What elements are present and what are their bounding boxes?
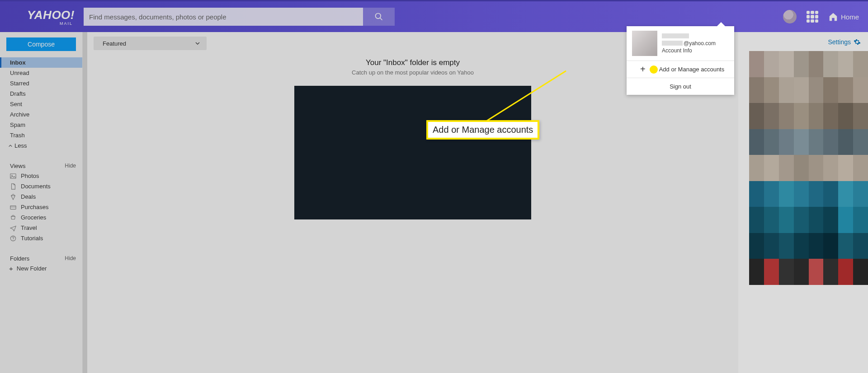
- sign-out-label: Sign out: [670, 83, 691, 90]
- account-info-label: Account Info: [662, 47, 716, 54]
- featured-dropdown[interactable]: Featured: [94, 37, 207, 50]
- less-label: Less: [14, 142, 27, 149]
- plus-icon: +: [640, 64, 646, 75]
- gear-icon: [854, 38, 861, 46]
- yahoo-mail-logo[interactable]: YAHOO! MAIL: [18, 8, 75, 26]
- add-manage-accounts[interactable]: + Add or Manage accounts: [627, 61, 734, 78]
- search-icon: [374, 12, 383, 21]
- documents-icon: [10, 183, 16, 190]
- view-groceries[interactable]: Groceries: [0, 212, 82, 223]
- account-info-section[interactable]: @yahoo.com Account Info: [627, 26, 734, 61]
- apps-grid-icon[interactable]: [807, 11, 818, 23]
- view-label: Purchases: [21, 204, 48, 210]
- new-folder-button[interactable]: + New Folder: [0, 263, 82, 274]
- view-deals[interactable]: Deals: [0, 191, 82, 202]
- view-label: Deals: [21, 193, 36, 200]
- view-travel[interactable]: Travel: [0, 223, 82, 233]
- views-section-header: Views Hide: [0, 161, 82, 171]
- account-email-suffix: @yahoo.com: [684, 40, 716, 47]
- sidebar: Compose Inbox Unread Starred Drafts Sent…: [0, 32, 83, 373]
- plus-icon: +: [9, 265, 13, 272]
- view-tutorials[interactable]: Tutorials: [0, 233, 82, 243]
- svg-point-0: [376, 14, 381, 19]
- empty-subtitle: Catch up on the most popular videos on Y…: [352, 69, 474, 76]
- view-photos[interactable]: Photos: [0, 171, 82, 181]
- photos-icon: [10, 173, 16, 179]
- compose-button[interactable]: Compose: [6, 37, 76, 51]
- app-header: YAHOO! MAIL Home: [0, 0, 868, 32]
- header-right: Home: [783, 10, 859, 23]
- views-hide[interactable]: Hide: [65, 163, 76, 169]
- chevron-up-icon: [8, 144, 13, 148]
- purchases-icon: [10, 204, 16, 210]
- account-name-redacted: [662, 33, 689, 38]
- logo-sub-text: MAIL: [60, 21, 73, 26]
- folder-drafts[interactable]: Drafts: [0, 89, 82, 99]
- account-avatar-large: [632, 31, 657, 56]
- view-label: Groceries: [21, 214, 46, 221]
- account-email-redacted: [662, 41, 683, 46]
- view-documents[interactable]: Documents: [0, 181, 82, 191]
- folder-starred[interactable]: Starred: [0, 78, 82, 89]
- home-label: Home: [841, 13, 859, 21]
- folders-title: Folders: [10, 255, 29, 262]
- account-email: @yahoo.com: [662, 40, 716, 47]
- search-button[interactable]: [363, 8, 395, 26]
- collapse-less[interactable]: Less: [0, 140, 82, 151]
- groceries-icon: [10, 214, 16, 221]
- chevron-down-icon: [195, 41, 200, 46]
- sidebar-scrollbar[interactable]: [83, 32, 87, 373]
- settings-label: Settings: [828, 38, 851, 46]
- views-title: Views: [10, 163, 25, 169]
- search-input-container: [84, 8, 363, 26]
- home-icon: [828, 12, 838, 22]
- svg-point-3: [11, 175, 12, 176]
- deals-icon: [10, 194, 16, 200]
- folder-trash[interactable]: Trash: [0, 130, 82, 140]
- right-panel: Settings: [738, 32, 868, 373]
- folder-inbox[interactable]: Inbox: [0, 57, 82, 68]
- sign-out[interactable]: Sign out: [627, 78, 734, 95]
- annotation-callout: Add or Manage accounts: [426, 120, 539, 140]
- folder-list: Inbox Unread Starred Drafts Sent Archive…: [0, 57, 82, 140]
- travel-icon: [10, 225, 16, 231]
- view-purchases[interactable]: Purchases: [0, 202, 82, 212]
- view-label: Documents: [21, 183, 51, 190]
- video-placeholder[interactable]: [294, 86, 531, 219]
- search-bar: [84, 8, 395, 26]
- view-label: Travel: [21, 224, 37, 231]
- home-link[interactable]: Home: [828, 12, 859, 22]
- svg-rect-4: [10, 205, 16, 209]
- settings-button[interactable]: Settings: [828, 38, 861, 46]
- svg-point-7: [13, 239, 13, 240]
- folder-sent[interactable]: Sent: [0, 99, 82, 109]
- annotation-dot: [650, 65, 658, 74]
- folder-unread[interactable]: Unread: [0, 68, 82, 78]
- folders-hide[interactable]: Hide: [65, 255, 76, 261]
- tutorials-icon: [10, 235, 16, 242]
- svg-line-1: [380, 18, 382, 20]
- search-dropdown-caret[interactable]: [354, 13, 358, 20]
- svg-rect-2: [10, 173, 16, 178]
- profile-avatar[interactable]: [783, 10, 797, 23]
- ad-pixelated-image: [749, 51, 868, 285]
- view-label: Tutorials: [21, 235, 43, 242]
- folders-section-header: Folders Hide: [0, 253, 82, 263]
- view-label: Photos: [21, 173, 39, 179]
- folder-archive[interactable]: Archive: [0, 109, 82, 120]
- search-input[interactable]: [89, 13, 354, 21]
- account-popover: @yahoo.com Account Info + Add or Manage …: [627, 26, 734, 95]
- folder-spam[interactable]: Spam: [0, 120, 82, 130]
- logo-main-text: YAHOO!: [27, 8, 75, 22]
- empty-title: Your "Inbox" folder is empty: [366, 58, 460, 67]
- add-manage-label: Add or Manage accounts: [659, 66, 725, 73]
- featured-label: Featured: [103, 40, 126, 47]
- new-folder-label: New Folder: [17, 265, 47, 272]
